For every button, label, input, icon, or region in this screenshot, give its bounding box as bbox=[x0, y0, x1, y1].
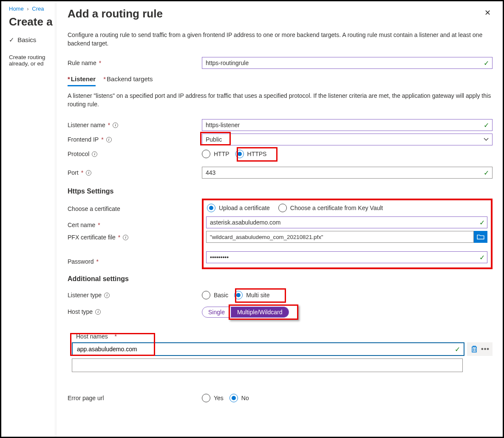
cert-name-input[interactable] bbox=[206, 216, 487, 228]
rule-name-input[interactable] bbox=[202, 57, 493, 69]
label-pfx-file: PFX certificate file* i bbox=[68, 231, 202, 244]
protocol-https-radio[interactable]: HTTPS bbox=[235, 150, 267, 158]
ellipsis-icon: ••• bbox=[481, 345, 490, 353]
frontend-ip-value: Public bbox=[206, 136, 222, 143]
blade-add-routing-rule: Add a routing rule ✕ Configure a routing… bbox=[57, 1, 503, 438]
checkmark-icon: ✓ bbox=[9, 36, 16, 44]
host-name-input-2[interactable] bbox=[72, 358, 463, 372]
info-icon[interactable]: i bbox=[92, 151, 97, 157]
cert-keyvault-radio[interactable]: Choose a certificate from Key Vault bbox=[278, 204, 383, 212]
blade-title: Add a routing rule bbox=[68, 7, 163, 20]
https-settings-heading: Https Settings bbox=[68, 188, 493, 195]
frontend-ip-select[interactable]: Public bbox=[202, 134, 493, 145]
label-listener-type: Listener type i bbox=[68, 292, 202, 299]
label-host-names: Host names * bbox=[68, 333, 493, 340]
additional-settings-heading: Additional settings bbox=[68, 275, 493, 283]
info-icon[interactable]: i bbox=[106, 137, 112, 142]
listener-type-multi-radio[interactable]: Multi site bbox=[234, 291, 269, 299]
label-password: Password* bbox=[68, 256, 202, 267]
label-protocol: Protocol i bbox=[68, 151, 202, 157]
error-page-no-radio[interactable]: No bbox=[229, 394, 249, 402]
host-type-single-pill[interactable]: Single bbox=[202, 307, 231, 318]
close-icon[interactable]: ✕ bbox=[483, 6, 493, 20]
tab-listener[interactable]: *Listener bbox=[68, 74, 96, 86]
chevron-down-icon bbox=[484, 137, 489, 142]
host-name-input-1[interactable] bbox=[72, 342, 464, 356]
label-error-page-url: Error page url bbox=[68, 395, 202, 401]
cert-upload-radio[interactable]: Upload a certificate bbox=[207, 204, 270, 212]
label-listener-name: Listener name* i bbox=[68, 122, 202, 128]
folder-icon bbox=[477, 234, 484, 240]
error-page-yes-radio[interactable]: Yes bbox=[202, 394, 224, 402]
label-frontend-ip: Frontend IP* i bbox=[68, 136, 202, 143]
listener-name-input[interactable] bbox=[202, 119, 493, 131]
wizard-step-label: Basics bbox=[17, 36, 36, 43]
listener-type-basic-radio[interactable]: Basic bbox=[202, 291, 228, 299]
info-icon[interactable]: i bbox=[95, 309, 101, 315]
protocol-http-radio[interactable]: HTTP bbox=[202, 150, 229, 158]
breadcrumb-next-link[interactable]: Crea bbox=[32, 6, 44, 12]
label-host-type: Host type i bbox=[68, 307, 202, 315]
blade-intro-text: Configure a routing rule to send traffic… bbox=[68, 31, 493, 48]
host-type-multiple-pill[interactable]: Multiple/Wildcard bbox=[231, 307, 289, 318]
info-icon[interactable]: i bbox=[86, 170, 91, 176]
under-description: Create routing already, or ed bbox=[9, 54, 57, 67]
tab-backend-targets[interactable]: *Backend targets bbox=[103, 74, 153, 86]
annotation-highlight: Upload a certificate Choose a certificat… bbox=[202, 199, 493, 269]
breadcrumb: Home › Crea bbox=[9, 6, 57, 12]
cert-password-input[interactable] bbox=[206, 251, 487, 263]
page-title: Create a bbox=[9, 15, 57, 28]
delete-host-button[interactable] bbox=[469, 344, 480, 355]
label-cert-name: Cert name* bbox=[68, 219, 202, 231]
label-choose-certificate: Choose a certificate bbox=[68, 203, 202, 215]
chevron-right-icon: › bbox=[27, 6, 28, 12]
label-rule-name: Rule name* bbox=[68, 60, 202, 66]
info-icon[interactable]: i bbox=[123, 235, 128, 240]
listener-tab-desc: A listener "listens" on a specified port… bbox=[68, 91, 493, 109]
breadcrumb-home-link[interactable]: Home bbox=[9, 6, 24, 12]
port-input[interactable] bbox=[202, 167, 493, 179]
trash-icon bbox=[471, 345, 478, 353]
wizard-step-basics[interactable]: ✓ Basics bbox=[9, 36, 57, 44]
more-options-button[interactable]: ••• bbox=[480, 344, 491, 355]
info-icon[interactable]: i bbox=[104, 293, 110, 298]
info-icon[interactable]: i bbox=[113, 122, 118, 128]
label-port: Port* i bbox=[68, 169, 202, 176]
browse-file-button[interactable] bbox=[474, 231, 487, 243]
pfx-file-display bbox=[206, 231, 474, 243]
